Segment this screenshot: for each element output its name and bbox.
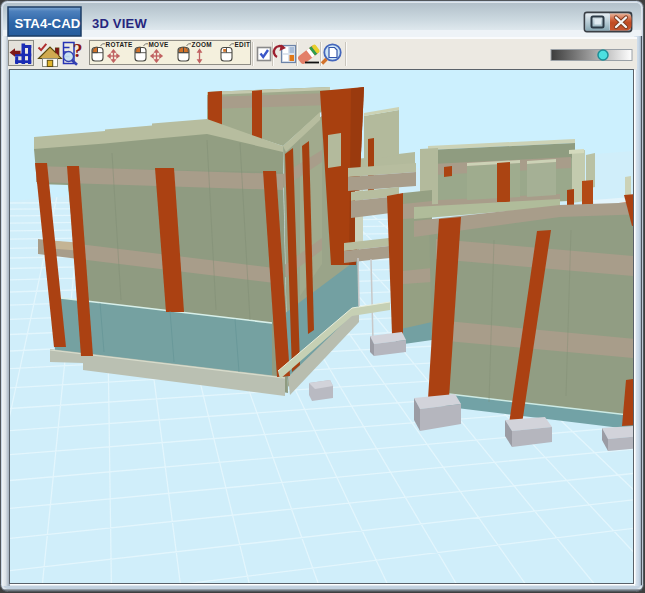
svg-text:ROTATE: ROTATE [106, 41, 134, 48]
svg-text:EDIT: EDIT [235, 41, 251, 48]
svg-text:MOVE: MOVE [149, 41, 169, 48]
svg-text:3D VIEW: 3D VIEW [92, 16, 147, 31]
svg-text:?: ? [73, 40, 83, 61]
svg-text:ZOOM: ZOOM [192, 41, 212, 48]
svg-text:STA4-CAD: STA4-CAD [15, 16, 81, 31]
